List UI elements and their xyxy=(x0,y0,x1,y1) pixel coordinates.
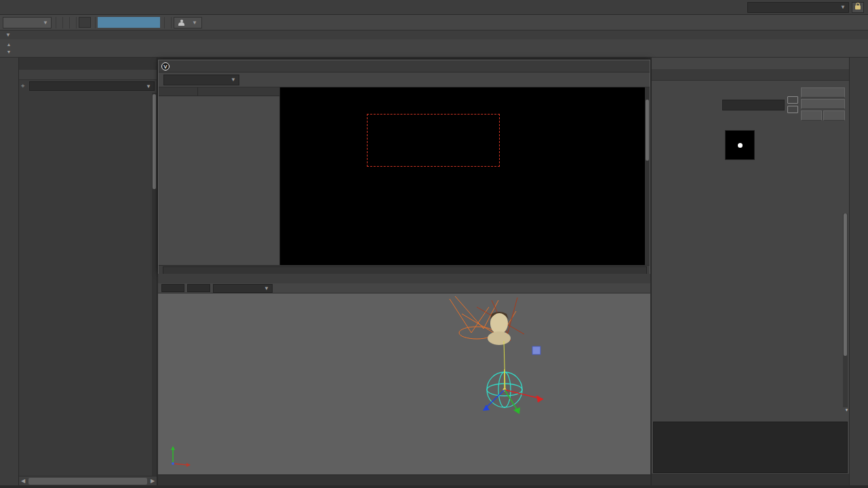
viewport-exposure-field[interactable] xyxy=(161,284,184,292)
menu-set-dropdown[interactable]: ▼ xyxy=(3,17,52,28)
presets-button[interactable] xyxy=(801,99,845,109)
light-sample-swatch xyxy=(725,130,755,160)
scroll-right-icon[interactable]: ▶ xyxy=(149,478,157,484)
chevron-down-icon: ▼ xyxy=(836,4,846,10)
vfb-history-panel xyxy=(159,87,280,265)
scene-gizmos xyxy=(158,293,650,474)
window-bottom-edge xyxy=(0,485,868,488)
shelf-icon-row: ▲▼ xyxy=(0,39,868,58)
lock-icon xyxy=(855,5,861,9)
workspace-lock-button[interactable] xyxy=(852,2,864,13)
vray-frame-buffer-window: V ▼ xyxy=(158,60,650,274)
shape-name-field[interactable] xyxy=(722,100,784,110)
scroll-down-icon[interactable]: ▼ xyxy=(844,408,849,412)
outliner-panel: ⌖ ▼ ◀ ▶ xyxy=(19,58,157,485)
vfb-footer xyxy=(159,265,650,274)
status-line: ▼ ▼ xyxy=(0,15,868,30)
viewport-gamma-field[interactable] xyxy=(187,284,210,292)
history-column-preview xyxy=(159,87,198,96)
right-sidebar-tabs xyxy=(849,58,868,485)
attribute-sections xyxy=(653,214,842,407)
attribute-editor-scrollbar[interactable] xyxy=(843,214,848,407)
vfb-status-message xyxy=(163,266,647,274)
view-axis-icon xyxy=(167,442,195,469)
vfb-vertical-scrollbar[interactable] xyxy=(645,87,650,265)
attribute-editor-panel: ▼ xyxy=(651,58,849,485)
main-menubar: ▼ xyxy=(0,0,868,15)
chevron-down-icon: ▼ xyxy=(188,20,197,26)
vfb-render-view[interactable] xyxy=(280,87,650,265)
chevron-down-icon: ▼ xyxy=(226,77,236,83)
search-filter-icon[interactable]: ⌖ xyxy=(21,82,29,90)
outliner-vertical-scrollbar[interactable] xyxy=(152,93,157,476)
render-region-rect[interactable] xyxy=(367,114,500,167)
vfb-channel-dropdown[interactable]: ▼ xyxy=(163,75,239,85)
viewport-colorspace-dropdown[interactable]: ▼ xyxy=(213,284,273,293)
hide-button[interactable] xyxy=(823,110,845,121)
chevron-down-icon: ▼ xyxy=(260,285,269,291)
scrollbar-thumb[interactable] xyxy=(28,478,147,485)
shelf-menu-icon[interactable]: ▼ xyxy=(3,30,14,39)
focus-button[interactable] xyxy=(801,87,845,98)
history-column-details xyxy=(198,87,200,96)
toolbox-sidebar xyxy=(0,58,19,485)
shelf-scroll-arrows[interactable]: ▲▼ xyxy=(4,41,14,57)
vray-logo-icon: V xyxy=(161,62,170,70)
vfb-titlebar[interactable]: V xyxy=(159,60,650,73)
outliner-search-input[interactable]: ▼ xyxy=(29,81,155,91)
perspective-viewport[interactable]: ▼ xyxy=(158,274,650,485)
workspace-dropdown[interactable]: ▼ xyxy=(747,2,849,13)
select-output-icon[interactable] xyxy=(787,106,798,113)
viewport-bottom-bar xyxy=(158,474,650,485)
sign-in-button[interactable]: ▼ xyxy=(174,17,202,28)
outliner-tree xyxy=(19,93,152,476)
live-surface-field[interactable] xyxy=(79,17,91,28)
outliner-horizontal-scrollbar[interactable]: ◀ ▶ xyxy=(19,476,157,485)
select-input-icon[interactable] xyxy=(787,96,798,104)
notes-textarea[interactable] xyxy=(653,422,848,473)
scroll-left-icon[interactable]: ◀ xyxy=(19,478,27,484)
chevron-down-icon: ▼ xyxy=(39,20,48,26)
chevron-down-icon: ▼ xyxy=(142,83,151,89)
show-button[interactable] xyxy=(801,110,823,121)
vfb-toolbar: ▼ xyxy=(159,73,650,87)
symmetry-axis-field[interactable] xyxy=(98,17,160,28)
person-icon xyxy=(178,20,184,26)
shelf-tab-bar: ▼ xyxy=(0,30,868,39)
